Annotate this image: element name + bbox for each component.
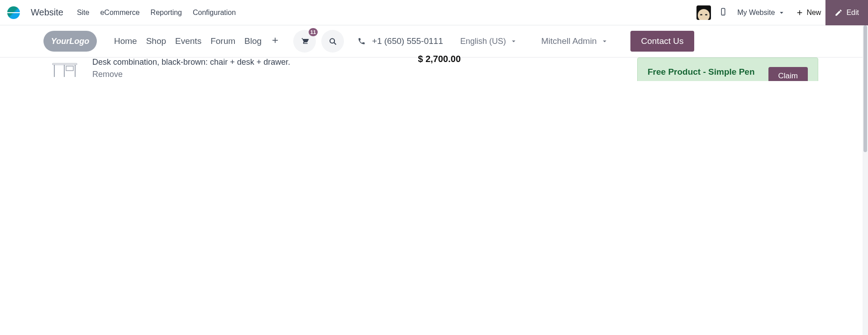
user-name: Mitchell Admin xyxy=(541,36,597,46)
nav-add-icon[interactable] xyxy=(271,36,280,47)
website-switcher-label: My Website xyxy=(737,9,775,17)
app-logo-icon xyxy=(7,6,20,19)
svg-line-3 xyxy=(334,43,336,44)
scrollbar-thumb[interactable] xyxy=(863,25,867,81)
admin-menu-configuration[interactable]: Configuration xyxy=(193,9,236,17)
product-thumbnail xyxy=(47,57,82,81)
nav-blog[interactable]: Blog xyxy=(244,36,262,46)
admin-menu-ecommerce[interactable]: eCommerce xyxy=(100,9,139,17)
svg-point-1 xyxy=(723,14,724,15)
nav-forum[interactable]: Forum xyxy=(210,36,235,46)
site-nav: Home Shop Events Forum Blog xyxy=(114,36,280,47)
svg-rect-4 xyxy=(52,63,77,65)
claim-button[interactable]: Claim xyxy=(768,67,808,81)
cart-button[interactable]: 11 xyxy=(293,30,316,53)
user-menu[interactable]: Mitchell Admin xyxy=(541,36,609,46)
phone-block: +1 (650) 555-0111 xyxy=(358,36,443,46)
admin-menu-reporting[interactable]: Reporting xyxy=(151,9,182,17)
remove-link[interactable]: Remove xyxy=(92,70,123,79)
cart-badge: 11 xyxy=(309,28,318,36)
contact-us-label: Contact Us xyxy=(641,36,684,46)
scrollbar[interactable] xyxy=(863,25,868,81)
admin-menu: Site eCommerce Reporting Configuration xyxy=(77,9,236,17)
nav-events[interactable]: Events xyxy=(175,36,201,46)
svg-point-2 xyxy=(330,38,334,43)
phone-number: +1 (650) 555-0111 xyxy=(372,36,443,46)
product-description: Desk combination, black-brown: chair + d… xyxy=(92,57,408,67)
caret-down-icon xyxy=(510,37,518,45)
site-logo-text: YourLogo xyxy=(51,37,89,46)
cart-line: Desk combination, black-brown: chair + d… xyxy=(43,57,464,81)
new-button-label: New xyxy=(806,9,821,17)
admin-bar: Website Site eCommerce Reporting Configu… xyxy=(0,0,868,25)
site-header: YourLogo Home Shop Events Forum Blog 11 … xyxy=(0,25,868,57)
product-price: $ 2,700.00 xyxy=(418,54,461,64)
caret-down-icon xyxy=(601,37,609,45)
phone-icon xyxy=(358,37,366,45)
main-content: Desk combination, black-brown: chair + d… xyxy=(0,57,868,81)
site-logo[interactable]: YourLogo xyxy=(43,31,97,52)
svg-rect-8 xyxy=(66,66,73,71)
website-switcher[interactable]: My Website xyxy=(737,9,786,17)
loyalty-promo-card: Free Product - Simple Pen Claim You have… xyxy=(637,57,818,81)
avatar[interactable] xyxy=(696,5,711,20)
contact-us-button[interactable]: Contact Us xyxy=(630,31,695,52)
nav-home[interactable]: Home xyxy=(114,36,137,46)
claim-button-label: Claim xyxy=(778,72,798,80)
admin-menu-site[interactable]: Site xyxy=(77,9,90,17)
language-switcher[interactable]: English (US) xyxy=(460,37,518,46)
cart-icon xyxy=(300,37,309,46)
nav-shop[interactable]: Shop xyxy=(146,36,166,46)
search-button[interactable] xyxy=(321,30,344,53)
order-summary-panel: Free Product - Simple Pen Claim You have… xyxy=(637,57,818,81)
edit-button-label: Edit xyxy=(846,9,859,17)
caret-down-icon xyxy=(777,9,786,17)
app-name: Website xyxy=(31,7,63,18)
desk-icon xyxy=(51,60,79,79)
promo-title: Free Product - Simple Pen xyxy=(648,67,755,77)
new-button[interactable]: New xyxy=(796,9,821,17)
search-icon xyxy=(328,37,337,46)
edit-button[interactable]: Edit xyxy=(825,0,868,25)
pencil-icon xyxy=(835,9,843,17)
plus-icon xyxy=(796,9,804,17)
mobile-preview-icon[interactable] xyxy=(719,8,727,17)
language-label: English (US) xyxy=(460,37,506,46)
